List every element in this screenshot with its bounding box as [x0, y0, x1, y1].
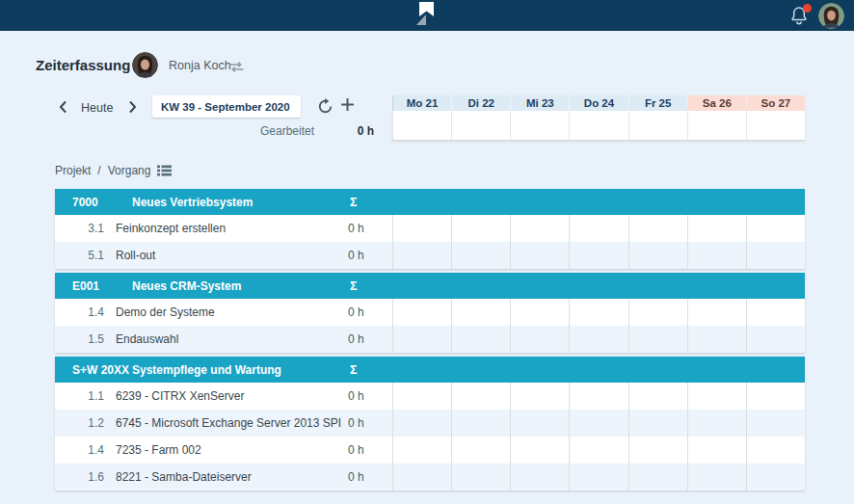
task-label[interactable]: 7235 - Farm 002: [116, 443, 344, 457]
time-entry-cell[interactable]: [687, 383, 746, 410]
notification-bell-button[interactable]: [788, 5, 810, 26]
task-label[interactable]: Roll-out: [116, 249, 344, 262]
time-entry-cell[interactable]: [687, 437, 746, 464]
project-name: Neues CRM-System: [132, 279, 344, 293]
time-entry-cell[interactable]: [687, 242, 746, 269]
time-entry-cell[interactable]: [392, 383, 451, 410]
task-code: 1.6: [72, 470, 104, 484]
time-entry-cell[interactable]: [628, 383, 687, 410]
task-code: 5.1: [72, 249, 104, 262]
time-entry-cell[interactable]: [746, 242, 805, 269]
task-code: 3.1: [72, 222, 104, 235]
time-entry-cell[interactable]: [392, 215, 451, 242]
time-entry-cell[interactable]: [392, 299, 451, 326]
time-entry-cell[interactable]: [746, 383, 805, 410]
time-entry-cell[interactable]: [569, 383, 627, 410]
switch-user-icon[interactable]: [228, 60, 245, 77]
time-entry-cell[interactable]: [392, 242, 451, 269]
task-label[interactable]: Feinkonzept erstellen: [116, 222, 344, 235]
time-entry-cell[interactable]: [687, 299, 746, 326]
time-entry-cell[interactable]: [510, 242, 569, 269]
brand-bookmark-logo: [413, 2, 434, 29]
time-entry-cell[interactable]: [628, 215, 687, 242]
time-entry-cell[interactable]: [569, 410, 627, 437]
week-selector[interactable]: KW 39 - September 2020: [152, 95, 301, 118]
day-totals-strip: [392, 111, 805, 141]
time-entry-cell[interactable]: [451, 326, 510, 353]
project-header-row[interactable]: 7000 Neues Vertriebsystem Σ: [55, 189, 805, 215]
project-header-days: [392, 273, 805, 299]
time-entry-cell[interactable]: [569, 464, 627, 491]
day-header-fr: Fr 25: [628, 95, 687, 111]
project-header-row[interactable]: E001 Neues CRM-System Σ: [55, 273, 805, 299]
time-entry-cell[interactable]: [628, 437, 687, 464]
time-entry-cell[interactable]: [451, 242, 510, 269]
next-week-button[interactable]: [128, 100, 137, 118]
time-entry-cell[interactable]: [510, 410, 569, 437]
prev-week-button[interactable]: [59, 100, 67, 118]
time-entry-cell[interactable]: [746, 215, 805, 242]
time-entry-cell[interactable]: [392, 326, 451, 353]
time-entry-cell[interactable]: [628, 326, 687, 353]
time-entry-cell[interactable]: [687, 215, 746, 242]
task-total-hours: 0 h: [344, 305, 392, 319]
sum-sigma: Σ: [344, 196, 392, 209]
time-entry-cell[interactable]: [746, 326, 805, 353]
task-code: 1.2: [72, 416, 104, 430]
time-entry-cell[interactable]: [746, 299, 805, 326]
day-total-cell: [393, 111, 451, 140]
time-entry-cell[interactable]: [510, 326, 569, 353]
refresh-button[interactable]: [317, 98, 334, 119]
time-entry-cell[interactable]: [628, 299, 687, 326]
day-header-row: Mo 21Di 22Mi 23Do 24Fr 25Sa 26So 27: [392, 95, 805, 111]
time-entry-cell[interactable]: [569, 437, 627, 464]
time-entry-cell[interactable]: [569, 215, 627, 242]
time-entry-cell[interactable]: [569, 326, 627, 353]
task-label[interactable]: 6745 - Microsoft Exchange Server 2013 SP…: [116, 416, 344, 430]
add-button[interactable]: [340, 97, 355, 116]
task-day-cells: [392, 437, 805, 464]
time-entry-cell[interactable]: [628, 464, 687, 491]
time-entry-cell[interactable]: [746, 464, 805, 491]
time-entry-cell[interactable]: [392, 410, 451, 437]
task-total-hours: 0 h: [344, 222, 392, 235]
time-entry-cell[interactable]: [510, 464, 569, 491]
time-entry-cell[interactable]: [510, 437, 569, 464]
time-entry-cell[interactable]: [451, 410, 510, 437]
task-label[interactable]: 6239 - CITRX XenServer: [116, 389, 344, 403]
time-entry-cell[interactable]: [451, 383, 510, 410]
time-entry-cell[interactable]: [687, 464, 746, 491]
time-entry-cell[interactable]: [392, 437, 451, 464]
project-code: E001: [72, 279, 132, 293]
task-day-cells: [392, 464, 805, 491]
time-entry-cell[interactable]: [510, 383, 569, 410]
time-entry-cell[interactable]: [451, 437, 510, 464]
time-entry-cell[interactable]: [746, 410, 805, 437]
project-header-row[interactable]: S+W 20XX Systempflege und Wartung Σ: [55, 357, 805, 383]
time-entry-cell[interactable]: [687, 326, 746, 353]
topbar-avatar[interactable]: [818, 3, 844, 29]
page-title: Zeiterfassung: [36, 57, 130, 73]
time-entry-cell[interactable]: [451, 464, 510, 491]
project-section: 7000 Neues Vertriebsystem Σ 3.1 Feinkonz…: [55, 189, 805, 269]
worked-value: 0 h: [358, 124, 374, 138]
time-entry-cell[interactable]: [628, 410, 687, 437]
time-entry-cell[interactable]: [451, 215, 510, 242]
time-entry-cell[interactable]: [628, 242, 687, 269]
breadcrumb: Projekt / Vorgang: [55, 164, 172, 177]
time-entry-cell[interactable]: [510, 215, 569, 242]
task-day-cells: [392, 242, 805, 269]
time-entry-cell[interactable]: [392, 464, 451, 491]
time-entry-cell[interactable]: [510, 299, 569, 326]
time-entry-cell[interactable]: [569, 242, 627, 269]
task-row: 3.1 Feinkonzept erstellen 0 h: [55, 215, 805, 242]
today-button[interactable]: Heute: [81, 101, 113, 115]
time-entry-cell[interactable]: [746, 437, 805, 464]
task-label[interactable]: Endauswahl: [116, 332, 344, 346]
time-entry-cell[interactable]: [569, 299, 627, 326]
column-settings-icon[interactable]: [157, 165, 172, 176]
time-entry-cell[interactable]: [451, 299, 510, 326]
time-entry-cell[interactable]: [687, 410, 746, 437]
task-label[interactable]: 8221 - Samba-Dateiserver: [116, 470, 344, 484]
task-label[interactable]: Demo der Systeme: [116, 305, 344, 319]
